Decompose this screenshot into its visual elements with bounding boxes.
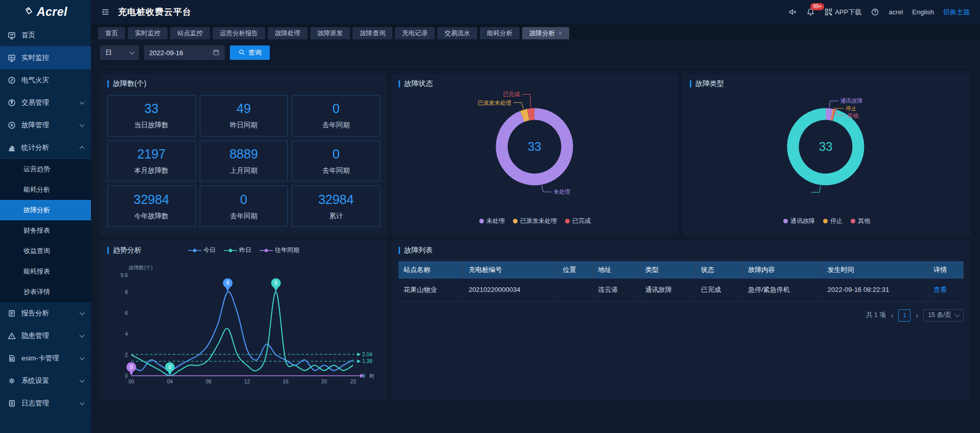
mark-point-往年同期-0: 0 (127, 362, 136, 376)
tab-运营分析报告[interactable]: 运营分析报告 (213, 27, 265, 39)
sidebar-subitem-财务报表[interactable]: 财务报表 (0, 220, 91, 241)
tab-站点监控[interactable]: 站点监控 (170, 27, 210, 39)
sidebar-item-交易管理[interactable]: 交易管理 (0, 92, 91, 114)
tab-能耗分析[interactable]: 能耗分析 (480, 27, 520, 39)
sidebar-item-label: 交易管理 (21, 98, 49, 107)
legend-item-未处理[interactable]: 未处理 (479, 217, 505, 225)
y-tick-label: 0 (125, 373, 128, 379)
trend-line-chart: 024689.6故障数(个)000408121620232.041.380时88… (107, 265, 380, 394)
pagination: 共 1 项 ‹ 1 › 15 条/页 (399, 309, 964, 322)
tab-故障派发[interactable]: 故障派发 (310, 27, 350, 39)
volume-muted-icon[interactable] (788, 8, 797, 16)
view-detail-link[interactable]: 查看 (934, 286, 947, 293)
sidebar-item-esim-卡管理[interactable]: esim-卡管理 (0, 347, 91, 370)
page-title: 充电桩收费云平台 (118, 6, 192, 18)
sidebar-item-首页[interactable]: 首页 (0, 24, 91, 47)
column-header-地址: 地址 (593, 261, 640, 279)
y-tick-label: 4 (125, 331, 128, 337)
sidebar: Acrel 首页实时监控电气火灾交易管理故障管理统计分析运营趋势能耗分析故障分析… (0, 0, 91, 433)
period-select[interactable]: 日 (100, 45, 139, 60)
sidebar-item-实时监控[interactable]: 实时监控 (0, 47, 91, 69)
tab-故障查询[interactable]: 故障查询 (353, 27, 392, 39)
page-size-select[interactable]: 15 条/页 (923, 309, 964, 322)
sidebar-subitem-能耗分析[interactable]: 能耗分析 (0, 179, 91, 200)
sidebar-item-故障管理[interactable]: 故障管理 (0, 114, 91, 136)
tab-交易流水[interactable]: 交易流水 (437, 27, 477, 39)
avg-line-arrow (357, 353, 361, 356)
language-switch[interactable]: English (912, 8, 934, 16)
stat-label: 去年同期 (322, 121, 350, 130)
stat-label: 去年同期 (322, 166, 350, 175)
legend-item-通讯故障[interactable]: 通讯故障 (783, 217, 815, 225)
sidebar-subitem-能耗报表[interactable]: 能耗报表 (0, 261, 91, 282)
stats-icon (7, 143, 16, 152)
stat-value: 0 (333, 101, 340, 116)
svg-text:0: 0 (169, 364, 172, 370)
trend-legend-item-今日[interactable]: 今日 (188, 246, 216, 255)
table-row: 花果山物业20210220000034连云港通讯故障已完成急停/紧急停机2022… (399, 279, 964, 301)
legend-dot (783, 219, 788, 223)
tab-充电记录[interactable]: 充电记录 (395, 27, 435, 39)
tab-label: 充电记录 (402, 29, 428, 38)
donut-center-value: 33 (819, 140, 833, 153)
stat-card-昨日同期: 49昨日同期 (200, 95, 288, 136)
legend-item-已完成[interactable]: 已完成 (565, 217, 591, 225)
chevron-down-icon (80, 310, 85, 315)
tab-故障处理[interactable]: 故障处理 (268, 27, 308, 39)
close-icon[interactable]: × (558, 30, 562, 37)
legend-label: 停止 (830, 217, 843, 225)
next-page-button[interactable]: › (916, 311, 918, 320)
sidebar-subitem-抄表详情[interactable]: 抄表详情 (0, 282, 91, 302)
sidebar-item-日志管理[interactable]: 日志管理 (0, 392, 91, 415)
cell-类型: 通讯故障 (640, 279, 695, 301)
tab-首页[interactable]: 首页 (98, 27, 125, 39)
current-page-button[interactable]: 1 (898, 309, 911, 322)
collapse-menu-icon[interactable] (101, 8, 110, 16)
sidebar-item-报告分析[interactable]: 报告分析 (0, 302, 91, 325)
chevron-up-icon (80, 146, 85, 151)
monitor-icon (7, 53, 16, 62)
help-icon[interactable] (871, 8, 879, 16)
prev-page-button[interactable]: ‹ (891, 311, 894, 320)
tab-实时监控[interactable]: 实时监控 (128, 27, 168, 39)
stat-value: 33 (144, 101, 158, 116)
trend-legend-item-往年同期[interactable]: 往年同期 (260, 246, 299, 255)
sidebar-nav: 首页实时监控电气火灾交易管理故障管理统计分析运营趋势能耗分析故障分析财务报表收益… (0, 24, 91, 433)
trend-legend-item-昨日[interactable]: 昨日 (224, 246, 251, 255)
x-tick-label: 20 (321, 379, 328, 384)
sidebar-subitem-故障分析[interactable]: 故障分析 (0, 200, 91, 220)
topbar-right: 99+ APP下载 acrel English 切换主题 (788, 8, 970, 17)
username[interactable]: acrel (889, 8, 903, 16)
series-line-今日 (131, 291, 353, 370)
legend-item-停止[interactable]: 停止 (823, 217, 843, 225)
theme-switch-link[interactable]: 切换主题 (943, 8, 970, 17)
tab-label: 实时监控 (135, 29, 160, 38)
sidebar-item-隐患管理[interactable]: 隐患管理 (0, 325, 91, 347)
legend-item-其他[interactable]: 其他 (851, 217, 870, 225)
legend-item-已派发未处理[interactable]: 已派发未处理 (513, 217, 557, 225)
tab-label: 交易流水 (445, 29, 470, 38)
sidebar-item-系统设置[interactable]: 系统设置 (0, 370, 91, 392)
sidebar-item-label: 隐患管理 (21, 331, 49, 340)
home-icon (7, 31, 16, 40)
sidebar-subitem-收益查询[interactable]: 收益查询 (0, 241, 91, 261)
avg-line-label: 2.04 (362, 352, 372, 357)
notifications-button[interactable]: 99+ (806, 8, 815, 16)
sidebar-subitem-运营趋势[interactable]: 运营趋势 (0, 159, 91, 179)
avg-line-label: 1.38 (362, 358, 372, 364)
search-button[interactable]: 查询 (230, 45, 270, 60)
search-button-label: 查询 (248, 48, 262, 57)
sidebar-item-电气火灾[interactable]: 电气火灾 (0, 69, 91, 92)
date-picker[interactable]: 2022-09-16 (144, 45, 225, 60)
tab-label: 首页 (105, 29, 118, 38)
tab-故障分析[interactable]: 故障分析× (522, 27, 569, 39)
sidebar-item-统计分析[interactable]: 统计分析 (0, 136, 91, 159)
tab-label: 故障查询 (360, 29, 385, 38)
title-accent-bar (399, 80, 400, 87)
stat-card-上月同期: 8889上月同期 (200, 141, 288, 182)
search-icon (238, 49, 245, 57)
app-download-button[interactable]: APP下载 (824, 8, 861, 17)
panel-title-fault-list: 故障列表 (399, 246, 964, 255)
donut-center-value: 33 (528, 140, 542, 153)
page-size-value: 15 条/页 (928, 311, 951, 320)
